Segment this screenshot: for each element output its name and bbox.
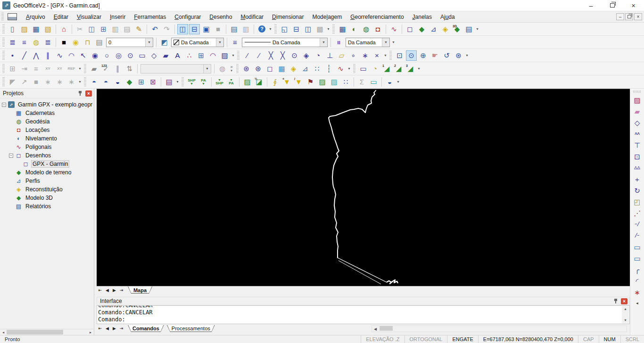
map-canvas[interactable]: [97, 89, 630, 286]
terrain-solid-button[interactable]: ◒: [112, 77, 123, 87]
chevron-down-icon[interactable]: ▼: [320, 38, 327, 47]
draw-parallel-lines-button[interactable]: ∥: [42, 50, 53, 61]
toolbar-dropdown-icon[interactable]: ▾: [77, 64, 83, 74]
entity-color-combo[interactable]: Da Camada▼: [171, 38, 224, 47]
layer-plot-button[interactable]: ▤: [94, 37, 105, 48]
tree-item-nivelamento[interactable]: ◐Nivelamento: [0, 134, 94, 143]
snap-endpoint-button[interactable]: ∕: [242, 50, 253, 61]
tree-item-loca-es[interactable]: ◘Locações: [0, 126, 94, 134]
flag-marker-button[interactable]: ⚑: [305, 77, 316, 87]
mirror-button[interactable]: ΛΛ: [632, 129, 643, 139]
close-icon[interactable]: [85, 90, 92, 97]
erase-button[interactable]: ▰: [632, 106, 643, 116]
export-shp-button[interactable]: ▼SHP: [214, 77, 225, 87]
scroll-thumb[interactable]: [380, 326, 393, 331]
draw-circle-2p-button[interactable]: ○: [101, 50, 112, 61]
draw-text-button[interactable]: A: [172, 50, 183, 61]
menu-dimensionar[interactable]: Dimensionar: [268, 12, 308, 22]
format-painter-button[interactable]: ✎: [133, 24, 144, 34]
status-coordinates[interactable]: E=67187,063 N=8280400,470 Z=0,000: [478, 335, 578, 343]
draw-table-button[interactable]: ⊞: [196, 50, 206, 61]
toolbar-grip[interactable]: [633, 90, 642, 93]
draw-solid-button[interactable]: ▰: [160, 50, 171, 61]
tree-expander-icon[interactable]: −: [2, 103, 6, 107]
gps-track-end-loop[interactable]: [387, 280, 398, 284]
toolbar-grip[interactable]: [2, 24, 5, 34]
toolbar-grip[interactable]: [353, 64, 355, 74]
toolbar-dropdown-icon[interactable]: ▾: [347, 64, 352, 74]
print-button[interactable]: ▤: [229, 24, 239, 34]
table-report-tool-button[interactable]: ⊞: [136, 77, 147, 87]
pin-icon[interactable]: [614, 299, 618, 304]
command-output[interactable]: Comando:CANCELARComando:CANCELARComando:…: [97, 305, 630, 324]
lineweight-tool-button[interactable]: |||: [333, 37, 344, 48]
named-views-button[interactable]: ▣: [201, 24, 212, 34]
filter-add-button[interactable]: ▼+: [281, 77, 292, 87]
snap-nearest-button[interactable]: ∗: [360, 50, 371, 61]
copy-button[interactable]: ◫: [86, 24, 97, 34]
relatorios-module-button[interactable]: ▤: [463, 24, 474, 34]
toolbar-grip[interactable]: [2, 64, 5, 74]
tree-item-relat-rios[interactable]: ▤Relatórios: [0, 202, 94, 211]
layer-color-button[interactable]: ■: [58, 37, 69, 48]
toolbar-dropdown-icon[interactable]: ▾: [383, 50, 388, 61]
hatch-lines-cyan-button[interactable]: ▨: [329, 77, 339, 87]
toolbar-dropdown-icon[interactable]: ▾: [396, 77, 401, 87]
toolbar-dropdown-icon[interactable]: ▾: [464, 50, 470, 61]
wheel-settings-1-button[interactable]: ⊛: [241, 64, 252, 74]
cadernetas-module-button[interactable]: ▦: [337, 24, 348, 34]
home-button[interactable]: ⌂: [58, 24, 69, 34]
geodesia-globe-button[interactable]: ◍: [361, 24, 372, 34]
zoom-extents-button[interactable]: ⊙: [406, 50, 417, 61]
reconstituicao-tool-button[interactable]: ◈: [288, 64, 299, 74]
tree-item-poligonais[interactable]: ∿Poligonais: [0, 143, 94, 151]
copy-with-base-point-button[interactable]: ⊞: [98, 24, 109, 34]
copy-object-button[interactable]: ◇: [632, 117, 643, 128]
tree-item-modelo-3d[interactable]: ◆Modelo 3D: [0, 194, 94, 202]
menu-inserir[interactable]: Inserir: [106, 12, 130, 22]
tree-item-modelo-de-terreno[interactable]: ◆Modelo de terreno: [0, 168, 94, 177]
draw-bridge-button[interactable]: ◠: [207, 50, 218, 61]
scale-button[interactable]: ◰: [632, 196, 643, 207]
wheel-settings-2-button[interactable]: ⊛: [253, 64, 264, 74]
draw-spline-button[interactable]: ∿: [54, 50, 65, 61]
mdi-restore-button[interactable]: [625, 13, 633, 20]
measure-distance-button[interactable]: ▭: [358, 64, 369, 74]
capsule-tool-button[interactable]: ▭: [368, 77, 379, 87]
projects-horizontal-scrollbar[interactable]: ◂ ▸: [0, 329, 94, 335]
menu-visualizar[interactable]: Visualizar: [73, 12, 106, 22]
nav-previous-icon[interactable]: ◀: [104, 326, 111, 331]
snap-apparent-intersection-button[interactable]: ╳: [277, 50, 288, 61]
break-at-point-button[interactable]: −╱: [632, 219, 643, 229]
layer-combo[interactable]: 0▼: [106, 38, 153, 47]
attach-file-button[interactable]: ∮: [270, 77, 281, 87]
scroll-track[interactable]: [379, 326, 627, 332]
tree-expander-icon[interactable]: −: [9, 154, 13, 158]
nav-last-icon[interactable]: ⇥: [118, 326, 125, 331]
menubar-grip[interactable]: [1, 13, 4, 21]
rotate-button[interactable]: ↻: [632, 185, 643, 196]
snap-insert-button[interactable]: ▱: [336, 50, 347, 61]
parallel-check-button[interactable]: ∥: [112, 64, 123, 74]
modelo-3d-module-button[interactable]: ◆3D: [452, 24, 462, 34]
status-ortogonal[interactable]: ORTOGONAL: [405, 335, 447, 343]
chevron-down-icon[interactable]: ▼: [382, 38, 389, 47]
viewport-window-button[interactable]: ◻: [264, 64, 275, 74]
draw-arc-button[interactable]: ◠: [66, 50, 77, 61]
reconstituicao-module-button[interactable]: ◈: [440, 24, 451, 34]
menu-modelagem[interactable]: Modelagem: [308, 12, 346, 22]
toolbar-grip[interactable]: [84, 64, 86, 74]
nav-previous-icon[interactable]: ◀: [104, 288, 111, 293]
interface-horizontal-scrollbar[interactable]: ◀: [372, 326, 627, 332]
toolbar-dropdown-icon[interactable]: ▾: [391, 37, 396, 48]
scroll-left-icon[interactable]: ◀: [372, 327, 379, 331]
nav-first-icon[interactable]: ⇤: [97, 326, 104, 331]
menu-janelas[interactable]: Janelas: [408, 12, 436, 22]
section-lines-tool-button[interactable]: ┆: [323, 64, 334, 74]
layer-visibility-bulb-button[interactable]: ◉: [70, 37, 81, 48]
boundary-tool-button[interactable]: ◆: [124, 77, 135, 87]
status-elevacao[interactable]: ELEVAÇÃO .Z: [361, 335, 404, 343]
new-file-button[interactable]: ▯: [7, 24, 18, 34]
command-vertical-scrollbar[interactable]: ▲ ▼: [622, 306, 629, 323]
toolbar-overflow-icon[interactable]: »▾: [228, 64, 235, 74]
